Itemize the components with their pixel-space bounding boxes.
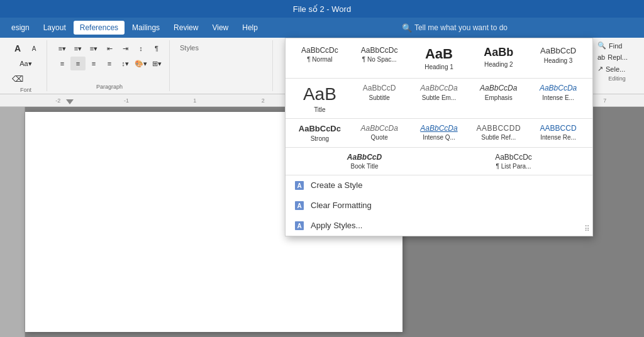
style-strong[interactable]: AaBbCcDc Strong [291, 121, 349, 145]
style-quote[interactable]: AaBbCcDa Quote [350, 121, 409, 145]
show-marks[interactable]: ¶ [149, 41, 164, 55]
numbering-btn[interactable]: ≡▾ [70, 41, 86, 55]
style-preview-subtitle: AaBbCcD [363, 84, 396, 92]
sort-btn[interactable]: ↕ [133, 41, 148, 55]
style-label-subtle-em: Subtle Em... [422, 94, 456, 101]
ruler-tick: 1 [160, 97, 229, 104]
style-emphasis[interactable]: AaBbCcDa Emphasis [469, 81, 528, 116]
style-subtitle[interactable]: AaBbCcD Subtitle [350, 81, 409, 116]
style-label-h2: Heading 2 [484, 61, 513, 68]
decrease-indent[interactable]: ⇤ [102, 41, 117, 55]
style-no-space[interactable]: AaBbCcDc ¶ No Spac... [350, 43, 409, 73]
search-bar[interactable]: Tell me what you want to do [414, 23, 508, 32]
style-label-normal: ¶ Normal [307, 56, 332, 63]
bullets-btn[interactable]: ≡▾ [55, 41, 70, 55]
menu-item-view[interactable]: View [206, 21, 235, 35]
select-button[interactable]: ↗ Sele... [595, 64, 639, 74]
svg-text:A: A [297, 223, 301, 229]
scroll-indicator: ⠿ [584, 224, 590, 233]
style-h1[interactable]: AaB Heading 1 [410, 43, 469, 73]
style-label-h3: Heading 3 [544, 57, 573, 64]
style-intense-q[interactable]: AaBbCcDa Intense Q... [410, 121, 469, 145]
line-spacing[interactable]: ↕▾ [118, 57, 133, 70]
style-label-no-space: ¶ No Spac... [362, 56, 397, 63]
create-style-label: Create a Style [311, 180, 362, 190]
style-intense-e[interactable]: AaBbCcDa Intense E... [529, 81, 587, 116]
eraser-btn[interactable]: ⌫ [10, 72, 25, 86]
styles-row-2: AaB Title AaBbCcD Subtitle AaBbCcDa Subt… [286, 79, 592, 119]
align-right[interactable]: ≡ [86, 57, 101, 70]
style-label-list-para: ¶ List Para... [496, 163, 531, 170]
svg-text:A: A [297, 182, 301, 189]
style-preview-h2: AaBb [484, 46, 513, 60]
title-text: File số 2 - Word [293, 4, 351, 14]
create-style-action[interactable]: A Create a Style [286, 175, 592, 196]
style-preview-no-space: AaBbCcDc [361, 46, 398, 55]
apply-styles-icon: A [293, 219, 306, 232]
style-preview-h1: AaB [425, 46, 453, 62]
style-label-book-title: Book Title [351, 163, 379, 170]
editing-label: Editing [595, 75, 639, 82]
increase-indent[interactable]: ⇥ [118, 41, 133, 55]
create-style-icon: A [293, 179, 306, 192]
shading-btn[interactable]: 🎨▾ [133, 57, 148, 70]
font-dropdown[interactable]: Aa▾ [10, 57, 42, 70]
title-bar: File số 2 - Word [0, 0, 644, 18]
menu-item-references[interactable]: References [74, 21, 125, 35]
style-preview-normal: AaBbCcDc [301, 46, 338, 55]
menu-item-help[interactable]: Help [236, 21, 264, 35]
menu-item-review[interactable]: Review [167, 21, 204, 35]
ruler-tick: -1 [92, 97, 161, 104]
find-button[interactable]: 🔍 Find [595, 40, 639, 51]
style-preview-list-para: AaBbCcDc [495, 153, 532, 162]
style-label-subtitle: Subtitle [369, 94, 390, 101]
styles-row-1: AaBbCcDc ¶ Normal AaBbCcDc ¶ No Spac... … [286, 38, 592, 79]
borders-btn[interactable]: ⊞▾ [149, 57, 164, 70]
menu-item-design[interactable]: esign [5, 21, 36, 35]
style-h2[interactable]: AaBb Heading 2 [469, 43, 528, 73]
styles-row-3: AaBbCcDc Strong AaBbCcDa Quote AaBbCcDa … [286, 119, 592, 148]
style-subtle-ref[interactable]: AABBCCDD Subtle Ref... [469, 121, 528, 145]
ruler-tick: -2 [24, 97, 92, 104]
clear-formatting-action[interactable]: A Clear Formatting [286, 196, 592, 216]
align-justify[interactable]: ≡ [102, 57, 117, 70]
font-size-increase[interactable]: A [26, 41, 42, 55]
style-label-intense-e: Intense E... [542, 94, 574, 101]
menu-item-layout[interactable]: Layout [37, 21, 72, 35]
style-subtle-em[interactable]: AaBbCcDa Subtle Em... [410, 81, 469, 116]
align-left[interactable]: ≡ [55, 57, 70, 70]
style-label-strong: Strong [311, 135, 329, 142]
style-normal[interactable]: AaBbCcDc ¶ Normal [291, 43, 349, 73]
style-label-intense-ref: Intense Re... [540, 134, 576, 141]
style-intense-ref[interactable]: AABBCCD Intense Re... [529, 121, 587, 145]
style-preview-subtle-ref: AABBCCDD [476, 124, 521, 133]
menu-bar: esign Layout References Mailings Review … [0, 18, 644, 38]
style-preview-intense-ref: AABBCCD [540, 124, 577, 133]
style-label-subtle-ref: Subtle Ref... [481, 134, 516, 141]
apply-styles-action[interactable]: A Apply Styles... [286, 216, 592, 236]
style-preview-subtle-em: AaBbCcDa [420, 84, 457, 92]
multilevel-btn[interactable]: ≡▾ [86, 41, 101, 55]
paragraph-label: Paragraph [55, 84, 164, 90]
svg-text:A: A [297, 202, 301, 209]
style-preview-title: AaB [303, 84, 336, 105]
style-label-quote: Quote [371, 134, 388, 141]
style-label-emphasis: Emphasis [485, 94, 513, 101]
styles-panel: AaBbCcDc ¶ Normal AaBbCcDc ¶ No Spac... … [285, 38, 593, 236]
menu-item-mailings[interactable]: Mailings [126, 21, 166, 35]
style-h3[interactable]: AaBbCcD Heading 3 [529, 43, 587, 73]
style-title[interactable]: AaB Title [291, 81, 349, 116]
indent-marker[interactable] [66, 99, 74, 104]
style-list-para[interactable]: AaBbCcDc ¶ List Para... [440, 150, 587, 172]
style-label-h1: Heading 1 [425, 64, 453, 70]
find-icon: 🔍 [597, 41, 606, 50]
style-book-title[interactable]: AaBbCcD Book Title [291, 150, 438, 172]
align-center[interactable]: ≡ [70, 57, 86, 70]
font-size-decrease[interactable]: A [10, 41, 25, 55]
style-preview-book-title: AaBbCcD [347, 153, 382, 162]
style-preview-emphasis: AaBbCcDa [480, 84, 517, 92]
replace-button[interactable]: ab Repl... [595, 52, 639, 62]
style-preview-h3: AaBbCcD [540, 46, 576, 56]
style-preview-quote: AaBbCcDa [361, 124, 398, 133]
style-preview-intense-e: AaBbCcDa [540, 84, 577, 92]
